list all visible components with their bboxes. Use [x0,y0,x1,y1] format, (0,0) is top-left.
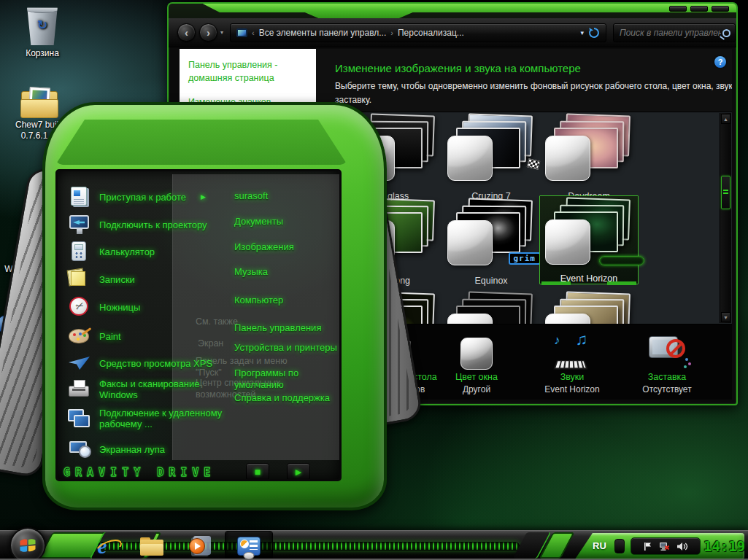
internet-explorer-icon: e [98,536,107,557]
submenu-arrow-icon: ▶ [201,193,206,201]
projector-icon [68,214,91,236]
option-sounds[interactable]: ♪ ♫ Звуки Event Horizon [524,330,620,394]
startmenu-item-default-programs[interactable]: Программы по умолчанию [234,368,338,391]
titlebar-decor [169,4,736,20]
recent-pages-dropdown[interactable]: ▾ [220,29,223,36]
theme-item-cruzing7[interactable]: Cruzing 7 [442,112,541,201]
option-title: Цвет окна [455,372,498,382]
sidebar-link-home[interactable]: Панель управления - домашняя страница [188,59,307,85]
startmenu-item-devices-printers[interactable]: Устройства и принтеры [234,342,338,354]
startmenu-item-projector[interactable]: Подключить к проектору [68,214,223,236]
search-input[interactable] [618,27,722,39]
option-value: Другой [463,384,490,394]
start-button[interactable] [9,527,46,560]
scroll-up-button[interactable]: ▲ [721,114,730,124]
forward-button[interactable]: › [199,23,217,42]
calculator-icon [68,241,91,262]
recycle-bin-icon: ↻ [26,6,59,45]
startmenu-item-snipping-tool[interactable]: ✂ Ножницы [68,296,223,318]
taskbar-item-internet-explorer[interactable]: e [89,534,115,559]
startmenu-footer: GRAVITY DRIVE ■ ▶ [63,463,333,481]
folder-icon [140,537,163,556]
taskbar: e RU [0,530,748,560]
startmenu-item-help-support[interactable]: Справка и поддержка [234,392,338,404]
startmenu-item-remote-desktop[interactable]: Подключение к удаленному рабочему ... [68,408,228,429]
getting-started-icon [68,186,91,208]
stop-icon: ■ [255,466,261,478]
recycle-glyph: ↻ [37,18,47,33]
startmenu-item-getting-started[interactable]: Приступая к работе [68,186,223,208]
startmenu-item-sticky-notes[interactable]: Записки [68,268,223,290]
close-button[interactable] [712,6,729,12]
window-titlebar[interactable] [169,4,736,20]
taskbar-item-explorer[interactable] [139,534,165,559]
tray-icons [631,537,701,555]
desktop-icon-recycle-bin[interactable]: ↻ Корзина [9,6,76,59]
startmenu-item-control-panel[interactable]: Панель управления [234,322,338,334]
option-title: Звуки [560,372,585,382]
volume-icon[interactable] [676,542,688,551]
minimize-button[interactable] [669,6,687,12]
taskbar-item-control-panel-active[interactable] [225,531,273,560]
startmenu-item-documents[interactable]: Документы [234,216,338,228]
network-error-icon[interactable] [659,542,670,551]
shutdown-button[interactable]: ■ [246,463,269,481]
overflow-chevron-icon[interactable]: ‹ [252,28,255,37]
taskbar-item-media-player[interactable] [187,534,213,559]
note-icon: ♪ [554,333,560,348]
play-icon: ▶ [296,467,301,477]
theme-item-daydream[interactable]: Daydream [539,112,639,201]
startmenu-item-xps-viewer[interactable]: Средство просмотра XPS [68,352,223,374]
refresh-icon[interactable] [588,27,600,39]
system-tray: RU 14:19 [571,533,744,559]
theme-item-equinox[interactable]: grim Equinox [442,197,541,286]
breadcrumb-item-control-panel[interactable]: Все элементы панели управл... [259,28,387,38]
option-window-color[interactable]: Цвет окна Другой [428,330,525,394]
help-button[interactable]: ? [714,56,726,68]
option-value: Event Horizon [544,384,599,394]
startmenu-item-calculator[interactable]: Калькулятор [68,241,223,262]
search-box[interactable] [613,23,736,42]
language-indicator[interactable]: RU [593,540,606,551]
tray-divider [614,539,625,553]
startmenu-item-music[interactable]: Музыка [234,266,338,278]
search-icon [722,29,730,37]
theme-item-event-horizon-selected[interactable]: Event Horizon [539,195,639,284]
gravity-drive-logo: GRAVITY DRIVE [63,466,215,479]
option-screensaver[interactable]: Заставка Отсутствует [619,330,715,394]
option-title: Заставка [648,372,687,382]
sticky-notes-icon [68,268,91,290]
windows-logo-icon [18,535,38,556]
theme-item-partial[interactable] [442,290,541,324]
control-panel-icon [237,537,261,556]
themes-scrollbar[interactable]: ▲ ▼ [720,113,731,323]
address-dropdown-icon[interactable]: ▾ [580,29,584,36]
page-title: Изменение изображения и звука на компьют… [335,62,581,74]
scrollbar-thumb[interactable] [721,176,730,209]
back-button[interactable]: ‹ [177,23,196,42]
scroll-down-button[interactable]: ▼ [721,312,730,322]
tray-clock[interactable]: 14:19 [703,538,745,554]
startmenu-item-computer[interactable]: Компьютер [234,295,338,306]
startmenu-item-magnifier[interactable]: Экранная лупа [68,438,223,460]
shutdown-options-button[interactable]: ▶ [287,463,310,481]
theme-item-partial[interactable] [539,290,639,324]
start-menu: См. также Экран Панель задач и меню "Пус… [4,102,398,518]
paint-icon [68,325,91,347]
startmenu-item-paint[interactable]: Paint [68,325,223,347]
desktop: ↻ Корзина Chew7 build 0.7.6.1 (2 W Act M… [0,0,748,560]
startmenu-item-pictures[interactable]: Изображения [234,241,338,253]
action-center-flag-icon[interactable] [643,542,652,551]
breadcrumb[interactable]: ‹ Все элементы панели управл... › Персон… [230,23,606,42]
startmenu-item-user[interactable]: surasoft [234,190,338,202]
theme-thumbnail [545,114,633,183]
startmenu-hood [55,120,347,165]
breadcrumb-item-personalization[interactable]: Персонализац... [398,28,464,38]
remote-desktop-icon [68,408,91,429]
fax-scan-icon [68,378,91,400]
startmenu-item-fax-scan[interactable]: Факсы и сканирование Windows [68,378,218,400]
theme-thumbnail [447,114,535,183]
grim-badge: grim [509,252,541,265]
maximize-button[interactable] [690,6,708,12]
back-icon: ‹ [185,27,188,38]
